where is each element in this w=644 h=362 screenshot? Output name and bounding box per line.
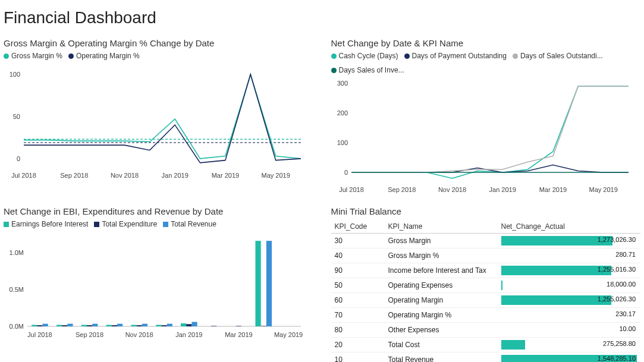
table-row[interactable]: 70Operating Margin %230.17 [331,308,641,323]
svg-rect-40 [156,325,161,326]
legend-label: Earnings Before Interest [11,220,88,228]
svg-rect-49 [261,326,266,326]
panel-title: Gross Margin & Operating Margin % Change… [4,38,313,48]
col-header-net[interactable]: Net_Change_Actual [498,220,641,234]
cell-name: Operating Margin [385,293,498,308]
svg-text:1.0M: 1.0M [10,249,24,256]
cell-code: 60 [331,293,385,308]
legend-marker [68,53,74,59]
cell-net: 18,000.00 [498,278,641,293]
cell-name: Operating Margin % [385,308,498,323]
legend-label: Days of Sales Outstandi... [520,52,603,60]
legend-marker [331,68,337,73]
cell-code: 80 [331,323,385,338]
svg-text:0: 0 [344,169,347,176]
cell-net: 230.17 [498,308,641,323]
page-title: Financial Dashboard [4,8,640,27]
svg-text:100: 100 [337,139,347,146]
panel-net-change-kpi: Net Change by Date & KPI Name Cash Cycle… [331,38,641,196]
svg-rect-29 [62,325,67,326]
cell-code: 70 [331,308,385,323]
legend: Gross Margin %Operating Margin % [4,52,313,60]
trial-balance-table[interactable]: KPI_Code KPI_Name Net_Change_Actual 30Gr… [331,220,641,362]
svg-text:0.5M: 0.5M [10,286,24,293]
svg-text:May 2019: May 2019 [274,331,303,338]
cell-code: 50 [331,278,385,293]
svg-text:Sep 2018: Sep 2018 [76,331,103,338]
chart-ebi[interactable]: 0.0M0.5M1.0MJul 2018Sep 2018Nov 2018Jan … [4,231,307,341]
svg-rect-50 [266,241,272,326]
table-row[interactable]: 60Operating Margin1,255,026.30 [331,293,641,308]
table-row[interactable]: 50Operating Expenses18,000.00 [331,278,641,293]
legend-item[interactable]: Total Revenue [163,220,216,228]
svg-text:Nov 2018: Nov 2018 [111,172,139,179]
cell-code: 10 [331,352,385,363]
svg-rect-38 [137,325,142,326]
table-row[interactable]: 10Total Revenue1,548,285.10 [331,352,641,363]
svg-text:Jul 2018: Jul 2018 [27,331,52,338]
legend-item[interactable]: Days of Sales Outstandi... [513,52,603,60]
svg-text:Mar 2019: Mar 2019 [225,331,252,338]
svg-rect-35 [112,325,117,326]
svg-rect-34 [106,325,112,326]
svg-text:Nov 2018: Nov 2018 [125,331,153,338]
table-row[interactable]: 20Total Cost275,258.80 [331,338,641,352]
svg-text:300: 300 [337,80,347,87]
legend-marker [4,222,9,227]
svg-rect-26 [37,325,42,326]
svg-rect-48 [255,241,260,326]
svg-rect-42 [167,324,172,326]
legend-label: Total Revenue [171,220,216,228]
cell-name: Income before Interest and Tax [385,263,498,278]
col-header-name[interactable]: KPI_Name [385,220,498,234]
svg-text:Mar 2019: Mar 2019 [212,172,239,179]
svg-text:May 2019: May 2019 [261,172,290,179]
svg-text:Jan 2019: Jan 2019 [162,172,189,179]
chart-gross-margin[interactable]: 050100Jul 2018Sep 2018Nov 2018Jan 2019Ma… [4,62,307,181]
legend-marker [94,222,99,227]
table-row[interactable]: 90Income before Interest and Tax1,255,01… [331,263,641,278]
legend-label: Days of Payment Outstanding [412,52,507,60]
svg-rect-41 [161,325,167,326]
legend-item[interactable]: Days of Payment Outstanding [404,52,507,60]
svg-text:Jul 2018: Jul 2018 [11,172,36,179]
svg-rect-33 [92,324,98,326]
cell-name: Total Cost [385,338,498,352]
svg-rect-39 [142,324,147,326]
legend-item[interactable]: Days Sales of Inve... [331,66,404,74]
table-row[interactable]: 80Other Expenses10.00 [331,323,641,338]
panel-title: Net Change by Date & KPI Name [331,38,641,48]
svg-rect-30 [67,324,73,326]
cell-name: Total Revenue [385,352,498,363]
table-row[interactable]: 40Gross Margin %280.71 [331,248,641,263]
panel-title: Net Change in EBI, Expenditures and Reve… [4,206,313,216]
cell-net: 1,273,026.30 [498,234,641,248]
legend-item[interactable]: Gross Margin % [4,52,62,60]
legend-label: Cash Cycle (Days) [339,52,398,60]
chart-net-change-kpi[interactable]: 0100200300Jul 2018Sep 2018Nov 2018Jan 20… [331,77,634,196]
cell-net: 1,548,285.10 [498,352,641,363]
legend-label: Days Sales of Inve... [339,66,404,74]
col-header-code[interactable]: KPI_Code [331,220,385,234]
svg-text:0: 0 [17,155,20,162]
cell-name: Gross Margin % [385,248,498,263]
cell-net: 1,255,016.30 [498,263,641,278]
cell-name: Gross Margin [385,234,498,248]
cell-code: 30 [331,234,385,248]
cell-name: Other Expenses [385,323,498,338]
table-row[interactable]: 30Gross Margin1,273,026.30 [331,234,641,248]
legend-item[interactable]: Total Expenditure [94,220,157,228]
svg-rect-45 [191,322,197,326]
legend-marker [331,53,337,59]
svg-text:100: 100 [10,71,20,78]
svg-rect-31 [81,325,87,326]
legend-item[interactable]: Earnings Before Interest [4,220,88,228]
legend-item[interactable]: Operating Margin % [68,52,140,60]
legend-marker [4,53,9,59]
cell-net: 1,255,026.30 [498,293,641,308]
legend-item[interactable]: Cash Cycle (Days) [331,52,398,60]
cell-name: Operating Expenses [385,278,498,293]
cell-net: 275,258.80 [498,338,641,352]
legend-label: Total Expenditure [102,220,157,228]
svg-rect-27 [43,324,48,326]
